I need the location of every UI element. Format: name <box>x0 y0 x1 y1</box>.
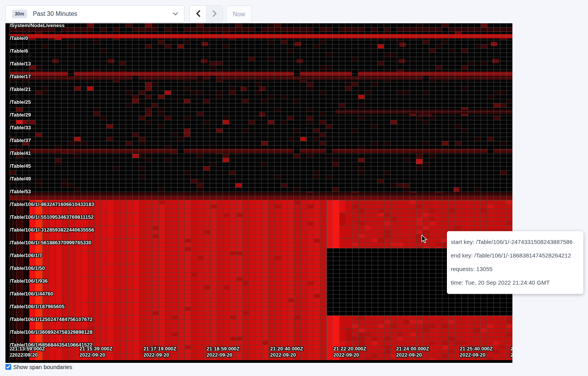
key-visualizer-panel <box>5 23 512 363</box>
cell-tooltip: start key: /Table/106/1/-247433150824388… <box>447 231 583 294</box>
show-span-boundaries-checkbox[interactable] <box>5 364 11 370</box>
time-range-dropdown[interactable]: 30m Past 30 Minutes <box>5 5 185 22</box>
next-time-button[interactable] <box>206 6 222 22</box>
span-boundaries-row: Show span boundaries <box>5 364 72 370</box>
chevron-down-icon <box>173 12 178 15</box>
now-button[interactable]: Now <box>226 5 252 23</box>
chevron-left-icon <box>196 10 200 18</box>
tooltip-end-key: end key: /Table/106/1/-18683814745282642… <box>451 249 579 263</box>
previous-time-button[interactable] <box>190 6 206 22</box>
time-nav-group <box>190 5 223 22</box>
tooltip-start-key: start key: /Table/106/1/-247433150824388… <box>451 235 579 249</box>
chevron-right-icon <box>212 10 217 18</box>
time-range-badge: 30m <box>12 10 27 18</box>
tooltip-time: time: Tue, 20 Sep 2022 21:24:40 GMT <box>451 276 579 290</box>
time-range-label: Past 30 Minutes <box>33 10 78 17</box>
key-visualizer-heatmap[interactable] <box>5 23 512 360</box>
show-span-boundaries-label: Show span boundaries <box>13 364 72 370</box>
tooltip-requests: requests: 13055 <box>451 263 579 276</box>
